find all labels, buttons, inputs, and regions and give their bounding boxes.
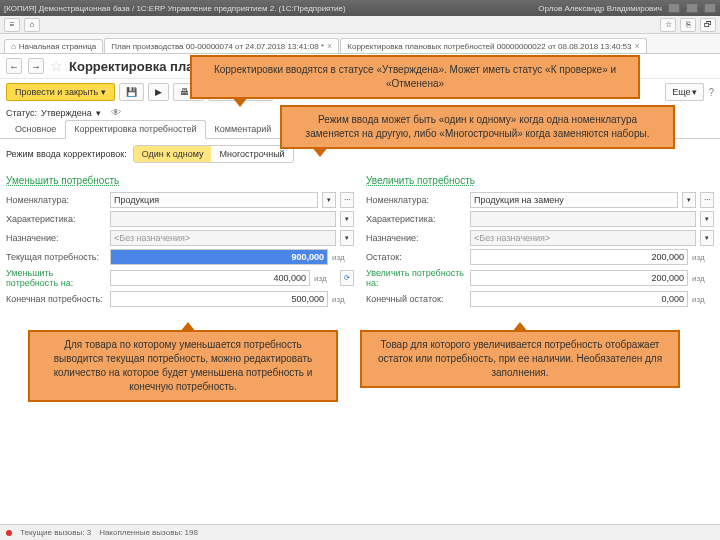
- maximize-button[interactable]: [686, 3, 698, 13]
- dropdown-icon[interactable]: ▾: [682, 192, 696, 208]
- increase-by-input[interactable]: 200,000: [470, 270, 688, 286]
- remainder-input[interactable]: 200,000: [470, 249, 688, 265]
- close-button[interactable]: [704, 3, 716, 13]
- help-icon[interactable]: ?: [708, 87, 714, 98]
- minimize-button[interactable]: [668, 3, 680, 13]
- post-button[interactable]: ▶: [148, 83, 169, 101]
- dropdown-icon[interactable]: ▾: [340, 230, 354, 246]
- user-name: Орлов Александр Владимирович: [538, 4, 662, 13]
- callout-status: Корректировки вводятся в статусе «Утверж…: [190, 55, 640, 99]
- status-label: Статус:: [6, 108, 37, 118]
- form-columns: Уменьшить потребность Номенклатура:Проду…: [0, 169, 720, 310]
- star-icon[interactable]: ☆: [50, 58, 63, 74]
- assignment-input: <Без назначения>: [470, 230, 696, 246]
- increase-title: Увеличить потребность: [366, 175, 714, 186]
- window-titlebar: [КОПИЯ] Демонстрационная база / 1С:ERP У…: [0, 0, 720, 16]
- nomenclature-input[interactable]: Продукция: [110, 192, 318, 208]
- tab-start[interactable]: ⌂Начальная страница: [4, 39, 103, 53]
- subtab-correction[interactable]: Корректировка потребностей: [65, 120, 205, 139]
- mode-one-to-one[interactable]: Один к одному: [134, 146, 212, 162]
- home-icon: ⌂: [11, 42, 16, 51]
- characteristic-input: [470, 211, 696, 227]
- subtab-main[interactable]: Основное: [6, 120, 65, 138]
- status-bar: Текущие вызовы: 3 Накопленные вызовы: 19…: [0, 524, 720, 540]
- assignment-input: <Без назначения>: [110, 230, 336, 246]
- tab-plan[interactable]: План производства 00-00000074 от 24.07.2…: [104, 38, 339, 53]
- reduce-by-input[interactable]: 400,000: [110, 270, 310, 286]
- subtab-comment[interactable]: Комментарий: [206, 120, 281, 138]
- app-title: [КОПИЯ] Демонстрационная база / 1С:ERP У…: [4, 4, 346, 13]
- mode-toggle[interactable]: Один к одному Многострочный: [133, 145, 294, 163]
- close-icon[interactable]: ×: [327, 41, 332, 51]
- decrease-column: Уменьшить потребность Номенклатура:Проду…: [6, 169, 354, 310]
- menu-icon[interactable]: ≡: [4, 18, 20, 32]
- open-icon[interactable]: ⋯: [700, 192, 714, 208]
- final-need-input[interactable]: 500,000: [110, 291, 328, 307]
- decrease-title: Уменьшить потребность: [6, 175, 354, 186]
- document-tabs: ⌂Начальная страница План производства 00…: [0, 34, 720, 54]
- characteristic-input: [110, 211, 336, 227]
- dropdown-icon[interactable]: ▾: [700, 230, 714, 246]
- more-button[interactable]: Еще ▾: [665, 83, 704, 101]
- increase-column: Увеличить потребность Номенклатура:Проду…: [366, 169, 714, 310]
- callout-increase: Товар для которого увеличивается потребн…: [360, 330, 680, 388]
- save-and-close-button[interactable]: Провести и закрыть▾: [6, 83, 115, 101]
- open-icon[interactable]: ⋯: [340, 192, 354, 208]
- save-button[interactable]: 💾: [119, 83, 144, 101]
- back-button[interactable]: ←: [6, 58, 22, 74]
- chevron-down-icon[interactable]: ▾: [96, 108, 101, 118]
- mode-label: Режим ввода корректировок:: [6, 149, 127, 159]
- chevron-down-icon: ▾: [101, 87, 106, 97]
- tool-icon[interactable]: ☆: [660, 18, 676, 32]
- tool-icon[interactable]: ⎘: [680, 18, 696, 32]
- refresh-icon[interactable]: ⟳: [340, 270, 354, 286]
- current-calls: Текущие вызовы: 3: [20, 528, 91, 537]
- app-toolbar: ≡ ⌂ ☆ ⎘ 🗗: [0, 16, 720, 34]
- dropdown-icon[interactable]: ▾: [340, 211, 354, 227]
- callout-mode: Режим ввода может быть «один к одному» к…: [280, 105, 675, 149]
- eye-icon[interactable]: 👁: [111, 107, 121, 118]
- accumulated-calls: Накопленные вызовы: 198: [99, 528, 198, 537]
- forward-button[interactable]: →: [28, 58, 44, 74]
- home-icon[interactable]: ⌂: [24, 18, 40, 32]
- callout-decrease: Для товара по которому уменьшается потре…: [28, 330, 338, 402]
- dropdown-icon[interactable]: ▾: [700, 211, 714, 227]
- close-icon[interactable]: ×: [634, 41, 639, 51]
- tool-icon[interactable]: 🗗: [700, 18, 716, 32]
- status-value[interactable]: Утверждена: [41, 108, 92, 118]
- status-dot-icon: [6, 530, 12, 536]
- current-need-input[interactable]: 900,000: [110, 249, 328, 265]
- final-remainder-input[interactable]: 0,000: [470, 291, 688, 307]
- tab-correction[interactable]: Корректировка плановых потребностей 0000…: [340, 38, 646, 53]
- nomenclature-input[interactable]: Продукция на замену: [470, 192, 678, 208]
- dropdown-icon[interactable]: ▾: [322, 192, 336, 208]
